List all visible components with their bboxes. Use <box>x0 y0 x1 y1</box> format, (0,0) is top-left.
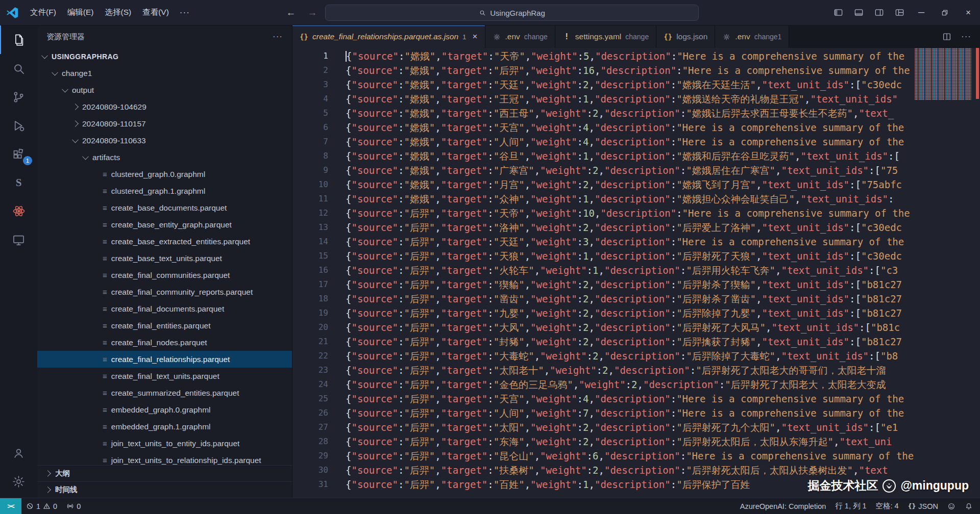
code-line[interactable]: {"source":"后羿","target":"东海","weight":2,… <box>346 434 980 449</box>
code-line[interactable]: {"source":"嫦娥","target":"人间","weight":4,… <box>346 135 980 149</box>
code-line[interactable]: {"source":"后羿","target":"太阳老十","weight":… <box>346 363 980 377</box>
forward-button[interactable]: → <box>305 7 320 18</box>
code-line[interactable]: {"source":"后羿","target":"天帝","weight":10… <box>346 206 980 220</box>
code-line[interactable]: {"source":"嫦娥","target":"王冠","weight":1,… <box>346 92 980 106</box>
code-line[interactable]: {"source":"嫦娥","target":"天宫","weight":4,… <box>346 120 980 135</box>
minimap[interactable] <box>915 48 972 100</box>
tree-item[interactable]: ≡ create_final_documents.parquet <box>37 300 292 317</box>
editor-tab[interactable]: {} ! settings.yaml change <box>555 25 656 48</box>
indentation-status[interactable]: 空格: 4 <box>871 498 903 514</box>
cursor-position-status[interactable]: 行 1, 列 1 <box>830 498 871 514</box>
editor-tab[interactable]: {} ! create_final_relationships.parquet.… <box>292 25 485 48</box>
code-line[interactable]: {"source":"后羿","target":"天宫","weight":4,… <box>346 392 980 406</box>
menubar-item[interactable]: 查看(V) <box>137 5 175 20</box>
code-line[interactable]: {"source":"后羿","target":"扶桑树","weight":2… <box>346 463 980 477</box>
code-line[interactable]: {"source":"后羿","target":"封豨","weight":2,… <box>346 335 980 349</box>
code-line[interactable]: {"source":"后羿","target":"猰貐","weight":2,… <box>346 277 980 292</box>
tree-item[interactable]: ≡ create_final_nodes.parquet <box>37 334 292 351</box>
problems-status[interactable]: 1 0 <box>21 498 62 514</box>
run-debug-icon[interactable] <box>0 111 37 140</box>
tree-item[interactable]: 20240809-110633 <box>37 132 292 149</box>
editor-more-actions-icon[interactable]: ··· <box>958 25 975 48</box>
code-line[interactable]: {"source":"嫦娥","target":"天廷","weight":2,… <box>346 78 980 92</box>
customize-layout-icon[interactable] <box>889 0 910 25</box>
menubar-item[interactable]: 选择(S) <box>99 5 137 20</box>
remote-explorer-icon[interactable] <box>0 225 37 254</box>
tree-item[interactable]: output <box>37 82 292 98</box>
tree-item[interactable]: ≡ create_base_entity_graph.parquet <box>37 216 292 233</box>
toggle-secondary-sidebar-icon[interactable] <box>869 0 889 25</box>
tree-item[interactable]: ≡ create_base_documents.parquet <box>37 199 292 216</box>
tree-item[interactable]: 20240809-104629 <box>37 98 292 115</box>
code-line[interactable]: {"source":"后羿","target":"天廷","weight":3,… <box>346 235 980 249</box>
toggle-panel-icon[interactable] <box>848 0 869 25</box>
sidebar-section-header[interactable]: 时间线 <box>37 481 292 498</box>
tree-item[interactable]: ≡ create_summarized_entities.parquet <box>37 384 292 401</box>
code-line[interactable]: {"source":"嫦娥","target":"西王母","weight":2… <box>346 106 980 120</box>
extensions-icon[interactable]: 1 <box>0 140 37 168</box>
code-line[interactable]: {"source":"后羿","target":"洛神","weight":2,… <box>346 220 980 235</box>
code-line[interactable]: {"source":"嫦娥","target":"后羿","weight":16… <box>346 63 980 78</box>
feedback-smiley-icon[interactable] <box>943 498 960 514</box>
code-line[interactable]: {"source":"后羿","target":"大风","weight":2,… <box>346 320 980 335</box>
menubar-item[interactable]: 文件(F) <box>24 5 62 20</box>
tree-item[interactable]: ≡ create_final_entities.parquet <box>37 317 292 334</box>
source-control-icon[interactable] <box>0 83 37 111</box>
tree-item[interactable]: ≡ create_final_text_units.parquet <box>37 368 292 384</box>
code-line[interactable]: {"source":"后羿","target":"火轮车","weight":1… <box>346 263 980 277</box>
tree-item[interactable]: ≡ create_final_community_reports.parquet <box>37 284 292 300</box>
code-line[interactable]: {"source":"后羿","target":"太阳","weight":2,… <box>346 420 980 434</box>
settings-gear-icon[interactable] <box>0 467 37 496</box>
code-line[interactable]: {"source":"后羿","target":"九婴","weight":2,… <box>346 306 980 320</box>
code-line[interactable]: {"source":"嫦娥","target":"广寒宫","weight":2… <box>346 163 980 177</box>
code-line[interactable]: {"source":"后羿","target":"大毒蛇","weight":2… <box>346 349 980 363</box>
remote-indicator[interactable]: >< <box>0 498 21 514</box>
minimize-button[interactable]: ─ <box>910 0 933 25</box>
code-line[interactable]: {"source":"嫦娥","target":"天帝","weight":5,… <box>346 49 980 63</box>
tree-item[interactable]: ≡ join_text_units_to_relationship_ids.pa… <box>37 452 292 465</box>
close-window-button[interactable]: × <box>957 0 980 25</box>
code-line[interactable]: {"source":"后羿","target":"人间","weight":7,… <box>346 406 980 420</box>
tree-item[interactable]: ≡ clustered_graph.1.graphml <box>37 183 292 199</box>
tree-item[interactable]: ≡ create_final_relationships.parquet <box>37 351 292 368</box>
tree-item[interactable]: change1 <box>37 65 292 82</box>
tree-item[interactable]: artifacts <box>37 149 292 166</box>
tree-item[interactable]: ≡ embedded_graph.0.graphml <box>37 401 292 418</box>
azure-openai-status[interactable]: AzureOpenAI: Completion <box>736 498 830 514</box>
toggle-primary-sidebar-icon[interactable] <box>828 0 848 25</box>
code-line[interactable]: {"source":"后羿","target":"天狼","weight":1,… <box>346 249 980 263</box>
code-line[interactable]: {"source":"后羿","target":"凿齿","weight":2,… <box>346 292 980 306</box>
code-line[interactable]: {"source":"嫦娥","target":"众神","weight":1,… <box>346 192 980 206</box>
tree-item[interactable]: ≡ create_base_extracted_entities.parquet <box>37 233 292 250</box>
editor[interactable]: 1234567891011121314151617181920212223242… <box>292 48 980 498</box>
code-line[interactable]: {"source":"嫦娥","target":"谷旦","weight":1,… <box>346 149 980 163</box>
extension-atom-icon[interactable] <box>0 197 37 225</box>
close-icon[interactable]: × <box>473 32 478 42</box>
accounts-icon[interactable] <box>0 439 37 467</box>
editor-tab[interactable]: {} ! logs.json <box>656 25 715 48</box>
back-button[interactable]: ← <box>284 7 298 18</box>
editor-tab[interactable]: {} ! .env change1 <box>715 25 789 48</box>
code-line[interactable]: {"source":"后羿","target":"金色的三足乌鸦","weigh… <box>346 377 980 392</box>
tree-item[interactable]: ≡ join_text_units_to_entity_ids.parquet <box>37 435 292 452</box>
tree-item[interactable]: USINGGRAPHRAG <box>37 48 292 65</box>
tree-item[interactable]: 20240809-110157 <box>37 115 292 132</box>
language-mode-status[interactable]: {} JSON <box>903 498 943 514</box>
tree-item[interactable]: ≡ create_base_text_units.parquet <box>37 250 292 267</box>
notifications-bell-icon[interactable] <box>960 498 980 514</box>
restore-button[interactable] <box>933 0 957 25</box>
code-line[interactable]: {"source":"后羿","target":"昆仑山","weight":6… <box>346 449 980 463</box>
explorer-icon[interactable] <box>0 25 37 54</box>
tree-item[interactable]: ≡ embedded_graph.1.graphml <box>37 418 292 435</box>
menubar-item[interactable]: 编辑(E) <box>62 5 100 20</box>
views-more-actions-icon[interactable]: ··· <box>273 32 283 42</box>
code-line[interactable]: {"source":"嫦娥","target":"月宫","weight":2,… <box>346 177 980 192</box>
editor-tab[interactable]: {} ! .env change <box>485 25 555 48</box>
tree-item[interactable]: ≡ clustered_graph.0.graphml <box>37 166 292 183</box>
tree-item[interactable]: ≡ create_final_communities.parquet <box>37 267 292 284</box>
menubar-overflow-button[interactable]: ··· <box>175 5 195 20</box>
ports-status[interactable]: 0 <box>62 498 85 514</box>
extension-s-icon[interactable]: S <box>0 168 37 197</box>
split-editor-icon[interactable] <box>938 25 955 48</box>
sidebar-section-header[interactable]: 大纲 <box>37 465 292 481</box>
